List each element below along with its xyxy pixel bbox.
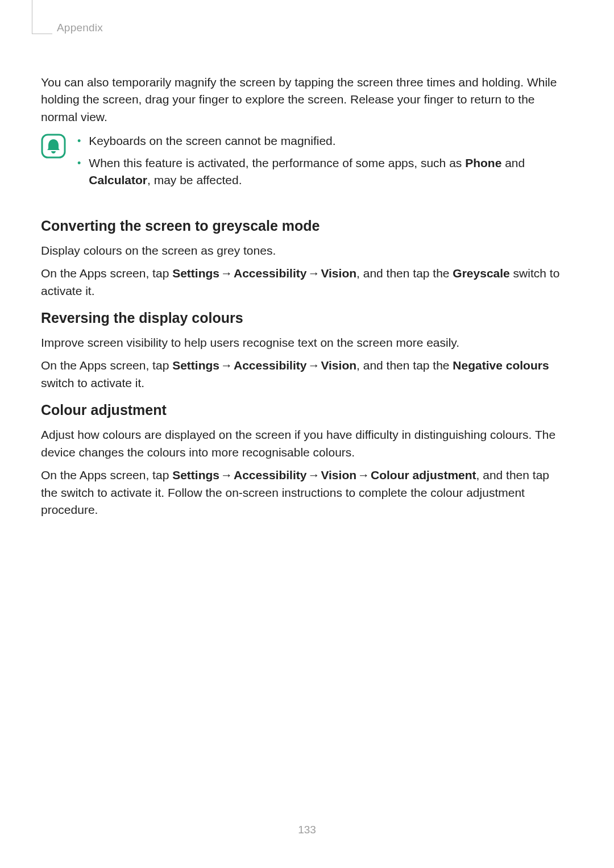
nav-target-colour-adjustment: Colour adjustment (371, 468, 476, 481)
heading-greyscale: Converting the screen to greyscale mode (41, 218, 569, 234)
text-fragment: On the Apps screen, tap (41, 468, 172, 481)
greyscale-nav: On the Apps screen, tap Settings→Accessi… (41, 265, 569, 300)
nav-step-settings: Settings (172, 359, 219, 372)
text-fragment: On the Apps screen, tap (41, 359, 172, 372)
colour-adj-p1: Adjust how colours are displayed on the … (41, 426, 569, 461)
intro-paragraph: You can also temporarily magnify the scr… (41, 74, 569, 126)
nav-step-accessibility: Accessibility (234, 267, 306, 280)
arrow-icon: → (306, 359, 321, 372)
arrow-icon: → (306, 267, 321, 280)
text-fragment: , and then tap the (356, 359, 453, 372)
text-fragment: and (501, 156, 525, 169)
nav-target-negative-colours: Negative colours (453, 359, 549, 372)
arrow-icon: → (356, 468, 371, 481)
note-block: • Keyboards on the screen cannot be magn… (41, 132, 569, 193)
running-head: Appendix (32, 22, 569, 34)
text-fragment: When this feature is activated, the perf… (89, 156, 465, 169)
nav-step-vision: Vision (321, 359, 356, 372)
reversing-nav: On the Apps screen, tap Settings→Accessi… (41, 357, 569, 392)
nav-step-accessibility: Accessibility (234, 468, 306, 481)
bullet-icon: • (77, 155, 81, 172)
nav-step-accessibility: Accessibility (234, 359, 306, 372)
text-fragment: switch to activate it. (41, 376, 144, 389)
page-content: You can also temporarily magnify the scr… (32, 34, 569, 518)
bullet-icon: • (77, 132, 81, 149)
note-bullet-2: • When this feature is activated, the pe… (77, 155, 569, 189)
colour-adj-nav: On the Apps screen, tap Settings→Accessi… (41, 467, 569, 518)
note-bullet-2-text: When this feature is activated, the perf… (89, 155, 569, 189)
heading-reversing: Reversing the display colours (41, 310, 569, 326)
text-fragment: , may be affected. (147, 173, 242, 186)
greyscale-p1: Display colours on the screen as grey to… (41, 242, 569, 259)
note-bullet-1: • Keyboards on the screen cannot be magn… (77, 132, 569, 149)
text-fragment: , and then tap the (356, 267, 453, 280)
reversing-p1: Improve screen visibility to help users … (41, 334, 569, 351)
nav-step-settings: Settings (172, 267, 219, 280)
heading-colour-adjustment: Colour adjustment (41, 402, 569, 418)
note-bullet-1-text: Keyboards on the screen cannot be magnif… (89, 132, 335, 149)
text-fragment: On the Apps screen, tap (41, 267, 172, 280)
page-number: 133 (0, 824, 614, 836)
note-bullet-list: • Keyboards on the screen cannot be magn… (77, 132, 569, 193)
nav-target-greyscale: Greyscale (453, 267, 509, 280)
page-corner-rule (32, 0, 52, 34)
page: Appendix You can also temporarily magnif… (0, 0, 614, 868)
arrow-icon: → (219, 267, 234, 280)
bold-app-calculator: Calculator (89, 173, 147, 186)
bold-app-phone: Phone (465, 156, 501, 169)
arrow-icon: → (219, 359, 234, 372)
nav-step-vision: Vision (321, 468, 356, 481)
nav-step-vision: Vision (321, 267, 356, 280)
nav-step-settings: Settings (172, 468, 219, 481)
note-bell-icon (41, 134, 66, 161)
arrow-icon: → (306, 468, 321, 481)
arrow-icon: → (219, 468, 234, 481)
